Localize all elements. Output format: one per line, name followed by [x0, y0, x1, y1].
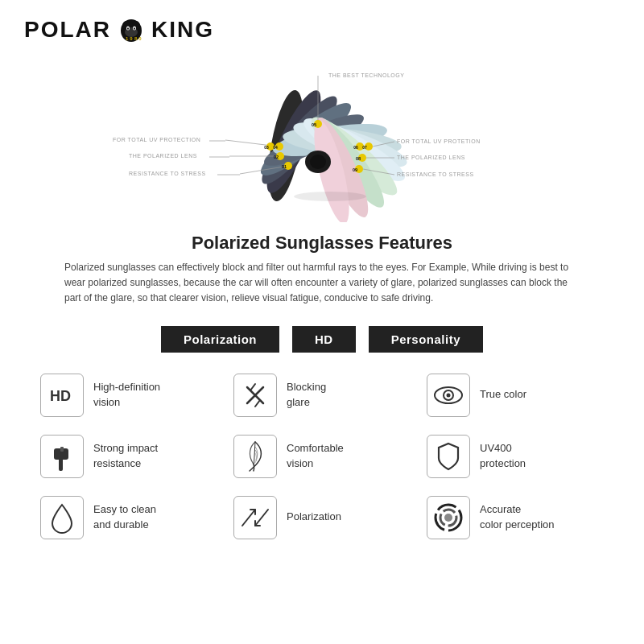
label-true-color: True color: [480, 387, 526, 402]
feature-clean: Easy to cleanand durable: [32, 491, 225, 544]
logo-polar: POLAR: [24, 17, 111, 43]
feature-comfortable: Comfortablevision: [225, 430, 419, 483]
feature-blocking-glare: Blockingglare: [225, 369, 419, 422]
logo-icon: 19 80: [114, 14, 148, 45]
svg-text:19: 19: [126, 36, 134, 41]
polarize-icon: [239, 503, 271, 532]
label-impact: Strong impactresistance: [93, 441, 158, 470]
tag-personality[interactable]: Personality: [369, 326, 483, 353]
svg-text:RESISTANCE TO STRESS: RESISTANCE TO STRESS: [129, 171, 206, 176]
svg-rect-71: [60, 447, 64, 452]
svg-text:FOR TOTAL UV PROTECTION: FOR TOTAL UV PROTECTION: [113, 137, 200, 142]
svg-text:FOR TOTAL UV PROTETION: FOR TOTAL UV PROTETION: [397, 138, 481, 144]
svg-point-6: [127, 27, 129, 29]
svg-text:80: 80: [134, 36, 143, 41]
lens-svg-wrap: 01 RESISTANCE TO STRESS 02 THE POLARIZED…: [80, 53, 564, 222]
icon-box-drop: [40, 496, 84, 539]
lens-petals-svg: 01 RESISTANCE TO STRESS 02 THE POLARIZED…: [80, 53, 564, 222]
svg-text:06: 06: [353, 145, 358, 150]
feature-color-perception: Accuratecolor perception: [419, 491, 612, 544]
icon-box-glare: [233, 374, 277, 417]
svg-text:HD: HD: [50, 388, 71, 404]
tag-polarization[interactable]: Polarization: [161, 326, 279, 353]
label-clean: Easy to cleanand durable: [93, 502, 156, 531]
drop-icon: [48, 501, 76, 535]
icon-box-shield: [427, 435, 470, 478]
icon-box-hd: HD: [40, 374, 84, 417]
circles-icon: [431, 502, 465, 534]
icons-grid: HD High-definitionvision Blockingglare: [0, 361, 644, 552]
feature-uv400: UV400protection: [419, 430, 612, 483]
label-polarization: Polarization: [287, 510, 341, 524]
feature-hd: HD High-definitionvision: [32, 369, 225, 422]
svg-text:09: 09: [353, 167, 357, 172]
svg-point-68: [447, 393, 451, 397]
label-comfortable: Comfortablevision: [287, 441, 344, 470]
icon-box-circles: [427, 496, 470, 539]
svg-text:04: 04: [273, 145, 278, 150]
svg-text:RESISTANCE TO STRESS: RESISTANCE TO STRESS: [397, 171, 474, 177]
svg-text:05: 05: [312, 122, 316, 127]
logo-king: KING: [151, 17, 214, 43]
svg-text:03: 03: [264, 145, 269, 150]
logo: POLAR 19 80 KING: [24, 14, 620, 45]
shield-icon: [434, 440, 463, 473]
icon-box-polarize: [233, 496, 277, 539]
tag-hd[interactable]: HD: [292, 326, 356, 353]
svg-text:08: 08: [356, 156, 361, 161]
svg-point-77: [444, 514, 452, 522]
svg-line-64: [250, 384, 255, 390]
hammer-icon: [47, 440, 76, 473]
svg-line-74: [255, 510, 268, 526]
svg-text:THE POLARIZED LENS: THE POLARIZED LENS: [397, 155, 465, 160]
glare-icon: [241, 381, 270, 410]
feature-impact: Strong impactresistance: [32, 430, 225, 483]
label-color-perception: Accuratecolor perception: [480, 502, 555, 531]
label-hd: High-definitionvision: [93, 380, 160, 409]
svg-text:THE POLARIZED LENS: THE POLARIZED LENS: [129, 153, 197, 159]
svg-point-25: [294, 192, 366, 201]
label-uv400: UV400protection: [480, 441, 526, 470]
svg-point-24: [310, 155, 326, 169]
hd-icon: HD: [47, 386, 76, 405]
lens-diagram: 01 RESISTANCE TO STRESS 02 THE POLARIZED…: [0, 49, 644, 226]
svg-text:THE BEST TECHNOLOGY: THE BEST TECHNOLOGY: [328, 72, 404, 78]
svg-line-73: [242, 510, 255, 526]
svg-text:07: 07: [362, 145, 367, 150]
features-section: Polarized Sunglasses Features Polarized …: [0, 226, 644, 315]
label-glare: Blockingglare: [287, 380, 326, 409]
feather-icon: [240, 439, 270, 474]
header: POLAR 19 80 KING: [0, 0, 644, 45]
features-description: Polarized sunglasses can effectively blo…: [64, 260, 580, 307]
feature-true-color: True color: [419, 369, 612, 422]
svg-text:02: 02: [274, 155, 279, 159]
features-title: Polarized Sunglasses Features: [64, 233, 580, 254]
svg-point-7: [134, 27, 135, 29]
eye-icon: [432, 383, 464, 407]
svg-rect-69: [59, 458, 63, 471]
icon-box-feather: [233, 435, 277, 478]
svg-line-65: [255, 400, 260, 407]
tags-row: Polarization HD Personality: [0, 326, 644, 353]
icon-box-eye: [427, 374, 470, 417]
icon-box-hammer: [40, 435, 84, 478]
page: POLAR 19 80 KING: [0, 0, 644, 644]
feature-polarization: Polarization: [225, 491, 419, 544]
svg-text:01: 01: [282, 164, 287, 169]
